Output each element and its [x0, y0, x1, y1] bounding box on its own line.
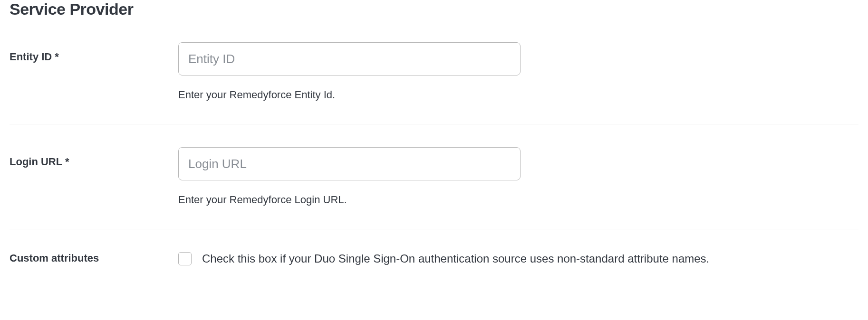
custom-attributes-checkbox[interactable] [178, 252, 192, 265]
custom-attributes-content: Check this box if your Duo Single Sign-O… [178, 252, 858, 265]
section-title: Service Provider [10, 0, 858, 19]
login-url-content: Enter your Remedyforce Login URL. [178, 147, 858, 206]
login-url-label: Login URL * [10, 147, 178, 168]
custom-attributes-checkbox-row: Check this box if your Duo Single Sign-O… [178, 252, 858, 265]
entity-id-input[interactable] [178, 42, 521, 75]
custom-attributes-label: Custom attributes [10, 252, 178, 264]
entity-id-label: Entity ID * [10, 42, 178, 63]
login-url-input[interactable] [178, 147, 521, 180]
custom-attributes-checkbox-label: Check this box if your Duo Single Sign-O… [202, 252, 709, 265]
entity-id-row: Entity ID * Enter your Remedyforce Entit… [10, 42, 858, 124]
entity-id-help: Enter your Remedyforce Entity Id. [178, 89, 858, 101]
entity-id-content: Enter your Remedyforce Entity Id. [178, 42, 858, 101]
custom-attributes-row: Custom attributes Check this box if your… [10, 252, 858, 265]
login-url-help: Enter your Remedyforce Login URL. [178, 194, 858, 206]
login-url-row: Login URL * Enter your Remedyforce Login… [10, 147, 858, 229]
